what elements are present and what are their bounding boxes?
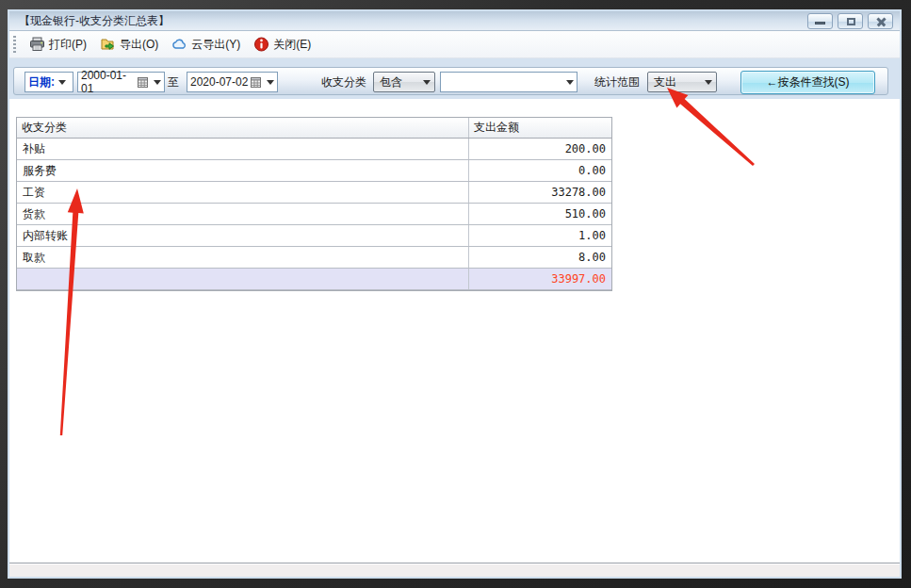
- print-button-label: 打印(P): [49, 37, 87, 53]
- amount-cell: 33278.00: [469, 182, 611, 203]
- close-window-button[interactable]: 关闭(E): [247, 34, 317, 56]
- close-window-button-label: 关闭(E): [273, 37, 311, 53]
- amount-cell: 8.00: [469, 247, 611, 268]
- dropdown-arrow-icon: [58, 80, 66, 85]
- scope-value: 支出: [654, 74, 701, 90]
- scope-dropdown[interactable]: 支出: [647, 72, 717, 92]
- category-filter-label: 收支分类: [321, 72, 366, 92]
- category-cell: 取款: [17, 247, 469, 268]
- category-cell: 工资: [17, 182, 469, 203]
- column-header-amount[interactable]: 支出金额: [469, 118, 611, 138]
- summary-table: 收支分类 支出金额 补贴200.00服务费0.00工资33278.00货款510…: [16, 117, 612, 291]
- scope-filter-label: 统计范围: [594, 72, 640, 92]
- dropdown-arrow-icon: [423, 80, 431, 85]
- date-from-value: 2000-01-01: [81, 69, 136, 95]
- search-by-condition-button[interactable]: ←按条件查找(S): [740, 71, 875, 94]
- total-amount-cell: 33997.00: [469, 269, 611, 289]
- printer-icon: [29, 37, 45, 52]
- date-to-input[interactable]: 2020-07-02: [187, 72, 278, 92]
- category-cell: 货款: [17, 204, 469, 224]
- toolbar-grip-handle[interactable]: [13, 36, 16, 53]
- table-row[interactable]: 取款8.00: [17, 247, 611, 269]
- export-button[interactable]: 导出(O): [93, 34, 165, 56]
- amount-cell: 0.00: [469, 160, 611, 181]
- table-row[interactable]: 内部转账1.00: [17, 225, 611, 247]
- dropdown-arrow-icon: [154, 80, 161, 85]
- date-from-input[interactable]: 2000-01-01: [77, 72, 165, 92]
- export-icon: [100, 37, 116, 52]
- application-window: 【现金银行-收支分类汇总表】 打印(P) 导出(O): [0, 0, 911, 588]
- category-operator-dropdown[interactable]: 包含: [373, 72, 435, 92]
- filter-panel: 日期: 2000-01-01 至 2020-07-02: [13, 67, 888, 95]
- toolbar: 打印(P) 导出(O) 云导出(Y) 关闭(E): [9, 31, 900, 58]
- category-cell: 内部转账: [17, 225, 469, 246]
- window-client-area: 【现金银行-收支分类汇总表】 打印(P) 导出(O): [8, 9, 902, 579]
- close-button[interactable]: [868, 13, 893, 29]
- window-controls: [807, 13, 893, 29]
- total-category-cell: [17, 269, 469, 289]
- title-bar: 【现金银行-收支分类汇总表】: [9, 11, 900, 31]
- minimize-button[interactable]: [807, 13, 833, 29]
- amount-cell: 510.00: [469, 204, 611, 224]
- close-info-icon: [253, 37, 269, 52]
- export-button-label: 导出(O): [120, 37, 158, 53]
- cloud-export-button-label: 云导出(Y): [191, 37, 240, 53]
- status-bar: [9, 564, 900, 577]
- cloud-export-button[interactable]: 云导出(Y): [165, 34, 247, 56]
- table-total-row[interactable]: 33997.00: [17, 269, 611, 290]
- filter-strip: 日期: 2000-01-01 至 2020-07-02: [9, 58, 900, 99]
- category-cell: 补贴: [17, 139, 469, 159]
- table-header: 收支分类 支出金额: [17, 118, 611, 139]
- date-to-value: 2020-07-02: [190, 75, 249, 89]
- minimize-icon: [815, 22, 825, 24]
- amount-cell: 1.00: [469, 225, 611, 246]
- dropdown-arrow-icon: [705, 80, 712, 85]
- dropdown-arrow-icon: [566, 80, 574, 85]
- window-title: 【现金银行-收支分类汇总表】: [19, 13, 170, 29]
- table-body: 补贴200.00服务费0.00工资33278.00货款510.00内部转账1.0…: [17, 139, 611, 269]
- table-row[interactable]: 货款510.00: [17, 204, 611, 225]
- calendar-icon: [138, 77, 148, 88]
- table-row[interactable]: 工资33278.00: [17, 182, 611, 204]
- amount-cell: 200.00: [469, 139, 611, 159]
- dropdown-arrow-icon: [267, 80, 274, 85]
- restore-icon: [847, 18, 855, 25]
- column-header-category[interactable]: 收支分类: [17, 118, 469, 138]
- cloud-export-icon: [171, 37, 187, 52]
- calendar-icon: [251, 77, 261, 88]
- category-cell: 服务费: [17, 160, 469, 181]
- table-row[interactable]: 补贴200.00: [17, 139, 611, 160]
- table-row[interactable]: 服务费0.00: [17, 160, 611, 182]
- date-field-label: 日期:: [28, 74, 55, 90]
- print-button[interactable]: 打印(P): [23, 34, 93, 56]
- date-field-selector[interactable]: 日期:: [24, 72, 73, 92]
- content-area: 收支分类 支出金额 补贴200.00服务费0.00工资33278.00货款510…: [9, 99, 900, 564]
- category-value-combobox[interactable]: [440, 72, 578, 92]
- category-operator-value: 包含: [380, 74, 419, 90]
- restore-button[interactable]: [838, 13, 863, 29]
- date-range-to-label: 至: [168, 72, 179, 92]
